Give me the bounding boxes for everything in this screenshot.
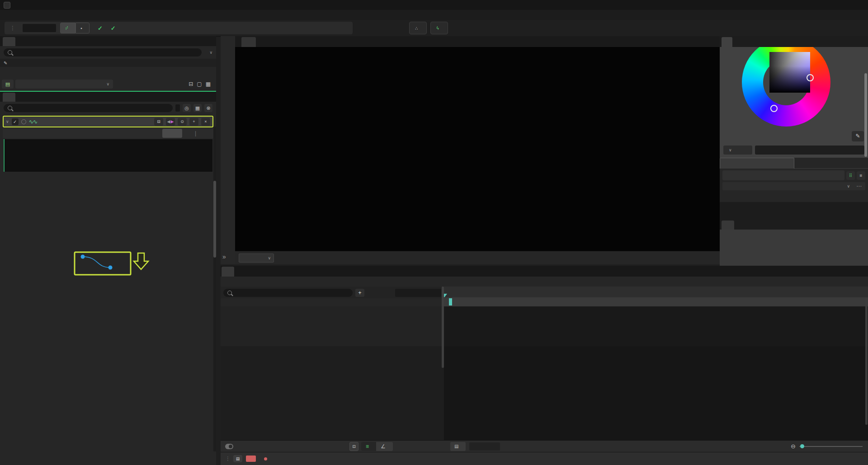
timeline-scrollbar[interactable] — [865, 298, 868, 425]
status-footer: ⋮ ▤ — [221, 452, 868, 465]
tab-attribute-editor[interactable] — [3, 93, 15, 102]
tab-assets[interactable] — [3, 37, 15, 46]
chevron-down-icon: ∨ — [209, 50, 212, 55]
pin-icon[interactable]: ⊙ — [178, 118, 187, 126]
layer-search-row: + — [221, 287, 444, 298]
tab-color[interactable] — [722, 37, 732, 47]
palette-dropdown[interactable]: ∨ ⋯ — [722, 182, 865, 190]
keyframe-layer-dropdown[interactable]: ▤ — [450, 442, 466, 451]
zoom-slider-handle[interactable] — [800, 444, 804, 448]
group-icon: ⠞ — [65, 26, 68, 31]
swatch-area-empty — [720, 202, 868, 220]
tab-generator[interactable] — [794, 158, 868, 169]
save-icon[interactable]: ▢ — [197, 81, 202, 87]
tab-dependency-graph[interactable] — [247, 267, 259, 277]
drag-handle-icon[interactable]: ⋮ — [10, 25, 14, 31]
tab-separator: | — [195, 130, 196, 136]
keyframe-nav-icon[interactable]: ◀▶ — [166, 118, 175, 126]
pick-whip-icon[interactable]: ▦ — [193, 104, 202, 112]
collapse-chevron-icon[interactable]: ∨ — [6, 119, 9, 124]
layer-list-empty — [221, 346, 444, 441]
layer-list-header — [221, 298, 444, 306]
hue-selector[interactable] — [770, 105, 778, 112]
grid-view-button[interactable]: ⠿ — [846, 171, 855, 180]
project-icon[interactable]: ▤ — [2, 80, 14, 89]
scrollbar-thumb[interactable] — [213, 181, 216, 258]
zoom-level-dropdown[interactable]: ∨ — [239, 254, 274, 263]
asset-search-input[interactable] — [15, 49, 198, 56]
close-icon[interactable]: × — [201, 118, 210, 126]
sort-order-dropdown[interactable]: ∨ — [207, 50, 212, 55]
timeline-zoom-group: ⊖ — [791, 443, 863, 450]
sv-selector[interactable] — [807, 74, 814, 81]
notification-badge[interactable] — [246, 456, 256, 462]
playhead-handle[interactable] — [444, 294, 447, 300]
dock-button[interactable]: ⊡ — [349, 442, 359, 451]
demo-scenes-button[interactable]: ∴ — [409, 22, 427, 34]
tab-behaviour[interactable] — [162, 129, 182, 138]
add-layer-button[interactable]: + — [355, 289, 364, 297]
try-pro-button[interactable]: ϟ — [430, 22, 448, 34]
layer-tools-checkbox[interactable]: ✓ — [98, 25, 103, 32]
tab-align[interactable] — [722, 221, 734, 230]
list-view-button[interactable]: ≡ — [857, 171, 865, 180]
color-mode-dropdown[interactable]: ∨ — [723, 146, 752, 155]
layer-search-box[interactable] — [223, 289, 353, 297]
eyedropper-button[interactable]: ✎ — [852, 131, 864, 141]
color-picker-area: ✎ ∨ — [720, 47, 868, 158]
eyedropper-icon[interactable]: ✎ — [4, 61, 7, 66]
comment-icon[interactable]: ▤ — [233, 455, 242, 462]
project-set-dropdown[interactable]: ∨ — [15, 80, 113, 89]
library-tab-group — [722, 170, 844, 180]
expand-tools-icon[interactable]: » — [222, 253, 226, 260]
asset-search-box[interactable] — [4, 48, 202, 56]
color-panel-scrollbar[interactable] — [864, 73, 867, 157]
tab-add-layers[interactable] — [733, 37, 744, 47]
zoom-out-icon[interactable]: ⊖ — [791, 443, 796, 450]
asset-list-header: ✎ — [0, 59, 216, 67]
panel-layout-icon[interactable]: ⊟ — [154, 118, 163, 126]
tab-javascript-editor[interactable] — [234, 267, 247, 277]
composition-tabbar — [221, 277, 868, 287]
selection-toggle-icon[interactable] — [225, 444, 233, 449]
individual-mode-button[interactable]: ▪ — [75, 23, 90, 33]
graph-editor-button[interactable]: ∠ — [376, 442, 393, 451]
highlight-box — [75, 252, 131, 275]
attribute-tabs: | — [3, 128, 213, 138]
enabled-checkbox[interactable]: ✓ — [12, 118, 19, 125]
viewport-tool-help-checkbox[interactable]: ✓ — [111, 25, 116, 32]
find-next-icon[interactable]: ◎ — [183, 104, 191, 112]
open-folder-icon[interactable]: ⊟ — [189, 81, 193, 87]
current-frame-field[interactable] — [395, 289, 441, 297]
status-frame-field[interactable] — [469, 442, 500, 451]
viewport-tab-composition-4[interactable] — [241, 37, 256, 47]
chevron-down-icon: ∨ — [268, 256, 271, 260]
timeline-zoom-slider[interactable] — [799, 446, 863, 447]
attribute-search-input[interactable] — [15, 104, 169, 112]
viewport-canvas[interactable] — [235, 47, 720, 251]
bottom-tabbar — [221, 266, 868, 277]
grid-view-icon[interactable]: ▦ — [206, 81, 211, 87]
attribute-search-box[interactable] — [4, 104, 173, 112]
attribute-header[interactable]: ∨ ✓ ∿∿ ⊟ ◀▶ ⊙ + × — [3, 116, 213, 127]
ellipse-shape[interactable] — [458, 133, 492, 166]
hex-input[interactable] — [755, 146, 864, 155]
left-panel-scrollbar[interactable] — [213, 127, 216, 451]
menu-bar — [0, 10, 868, 20]
tab-swatches[interactable] — [720, 158, 794, 169]
move-icon[interactable]: + — [189, 118, 198, 126]
tab-scene-window[interactable] — [222, 267, 234, 277]
layer-search-input[interactable] — [235, 289, 349, 296]
right-panel: ✎ ∨ — [720, 36, 868, 266]
palette-more-icon[interactable]: ⋯ — [856, 183, 862, 189]
bottom-panel: + — [221, 266, 868, 452]
solo-radio[interactable] — [21, 119, 26, 124]
clear-search-icon[interactable]: ⊗ — [204, 104, 212, 112]
snap-angle-input[interactable] — [23, 24, 56, 32]
group-mode-button[interactable]: ⠞ — [60, 23, 75, 33]
timeline-ruler[interactable] — [444, 287, 868, 298]
saturation-value-square[interactable] — [769, 52, 810, 93]
keyframe-layer-group: ▤ — [450, 442, 527, 451]
work-area-marker[interactable] — [449, 298, 452, 305]
time-editor-button[interactable]: ≡ — [361, 442, 376, 451]
